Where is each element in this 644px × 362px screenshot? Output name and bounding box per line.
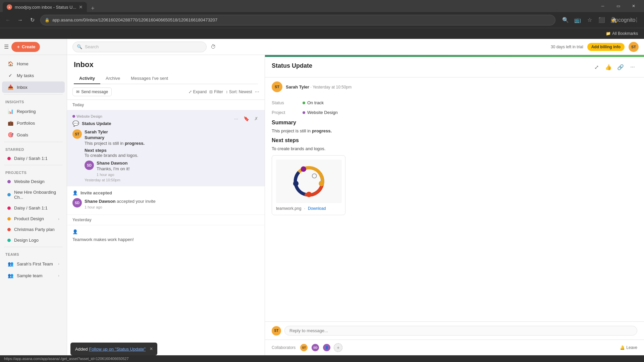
sidebar-item-product-design[interactable]: Product Design › [2,214,65,224]
msg-reply-time: 1 hour ago [97,173,259,177]
send-icon: ✉ [76,89,79,94]
more-options-button[interactable]: ··· [255,89,259,95]
msg-content-sarah: Sarah Tyler Summary This project is stil… [85,129,259,146]
sidebar-item-daisy-sarah-starred[interactable]: Daisy / Sarah 1:1 [2,153,65,164]
inbox-area: Inbox Activity Archive Messages I've sen… [67,55,644,355]
filter-button[interactable]: ⊟ Filter [209,89,223,94]
sidebar-panel-icon[interactable]: ⬛ [597,15,606,25]
reply-input[interactable] [284,326,637,336]
design-logo-dot [7,239,11,242]
date-header-today: Today [67,100,265,110]
browser-tab[interactable]: ● moodjoy.com inbox - Status U... ✕ [3,2,87,12]
sidebar-item-christmas-party[interactable]: Christmas Party plan [2,224,65,235]
msg-more-btn[interactable]: ··· [232,114,240,123]
msg-avatar-st: ST [72,129,82,139]
sidebar-item-portfolios[interactable]: 💼 Portfolios [2,117,65,129]
tab-archive[interactable]: Archive [100,73,125,84]
msg-avatar-sd: SD [85,161,94,170]
restore-button[interactable]: ▭ [610,0,626,12]
attachment-box: teamwork.png · Download [272,155,345,215]
status-label: Status [272,100,299,105]
msg-type: 💬 Status Update [72,120,259,127]
search-icon-2: 🔍 [77,44,82,49]
leave-button[interactable]: 🔔 Leave [620,345,637,350]
new-tab-button[interactable]: + [88,5,97,12]
sidebar-item-new-hire[interactable]: New Hire Onboarding Ch... [2,187,65,202]
add-collaborator-button[interactable]: + [334,343,342,352]
close-button[interactable]: ✕ [626,0,641,12]
invite-time: 1 hour ago [85,205,259,209]
summary-text: This project is still in progress. [272,128,637,133]
minimize-button[interactable]: ─ [595,0,610,12]
invite-icon: 👤 [72,190,78,195]
status-dot [303,102,305,104]
msg-actions: ··· 🔖 ✗ [232,114,261,123]
project-dot-sm [303,111,305,114]
plus-icon: ＋ [16,44,20,50]
user-avatar[interactable]: ST [629,42,639,52]
msg-bookmark-btn[interactable]: 🔖 [242,114,251,123]
hamburger-menu-icon[interactable]: ☰ [4,44,9,50]
msg-content-shane: Shane Dawson Thanks, I'm on it! 1 hour a… [97,161,259,177]
detail-project-field: Project Website Design [272,110,637,115]
detail-link-btn[interactable]: 🔗 [616,62,625,72]
toast-link[interactable]: Follow up on "Status Update" [89,347,146,352]
section-divider [4,94,63,95]
teamwork-preview-item[interactable]: 👤 Teamwork makes work happen! [67,225,265,246]
sidebar-item-website-design[interactable]: Website Design [2,176,65,187]
sidebar-item-my-tasks[interactable]: ✓ My tasks [2,70,65,81]
detail-like-btn[interactable]: 👍 [604,62,613,72]
sidebar-item-daisy-sarah-proj[interactable]: Daisy / Sarah 1:1 [2,203,65,213]
bookmark-icon[interactable]: ☆ [585,15,594,25]
msg-summary: Summary [85,135,259,140]
message-item-status-update[interactable]: Website Design 💬 Status Update ST Sarah … [67,110,265,186]
sidebar: ☰ ＋ Create 🏠 Home ✓ My tasks 📥 Inbox [0,39,67,355]
sidebar-item-reporting[interactable]: 📊 Reporting [2,106,65,117]
clock-icon[interactable]: ⏱ [211,44,216,50]
sidebar-item-home[interactable]: 🏠 Home [2,58,65,69]
invite-header: 👤 Invite accepted [72,190,259,195]
msg-time: Yesterday at 10:50pm [72,178,259,182]
bookmarks-bar: 📁 All Bookmarks [0,28,644,39]
sidebar-item-goals[interactable]: 🎯 Goals [2,129,65,140]
search-icon[interactable]: 🔍 [561,15,570,25]
send-message-button[interactable]: ✉ Send message [72,87,112,96]
tab-close-btn[interactable]: ✕ [79,4,83,10]
tab-messages-sent[interactable]: Messages I've sent [125,73,173,84]
sidebar-item-design-logo[interactable]: Design Logo [2,235,65,245]
tasks-icon: ✓ [7,72,13,78]
reporting-icon: 📊 [7,108,13,114]
create-button[interactable]: ＋ Create [11,42,40,52]
cast-icon[interactable]: 📺 [573,15,582,25]
sidebar-item-sample-team[interactable]: 👥 Sample team › [2,270,65,281]
sidebar-item-sarahs-team[interactable]: 👥 Sarah's First Team › [2,258,65,269]
invite-section[interactable]: 👤 Invite accepted SD Shane Dawson accept… [67,186,265,215]
invite-avatar: SD [72,198,82,207]
forward-button[interactable]: → [15,15,25,25]
bell-icon: 🔔 [620,345,625,350]
detail-author-info: Sarah Tyler · Yesterday at 10:50pm [286,84,352,89]
svg-point-6 [301,166,306,172]
search-bar[interactable]: 🔍 Search [72,42,207,52]
detail-expand-btn[interactable]: ⤢ [592,62,601,72]
expand-button[interactable]: ⤢ Expand [189,89,207,94]
bookmark-folder-icon: 📁 [606,31,611,36]
bookmarks-item[interactable]: 📁 All Bookmarks [604,30,640,37]
add-billing-button[interactable]: Add billing info [587,43,625,51]
msg-next-label: Next steps [85,148,259,153]
attachment-download-link[interactable]: Download [308,206,326,211]
refresh-button[interactable]: ↻ [27,15,38,25]
next-steps-text: To create brands and logos. [272,146,637,151]
sort-button[interactable]: ↕ Sort: Newest [226,89,252,94]
collab-avatar-sd: SD [311,343,320,352]
sidebar-item-inbox[interactable]: 📥 Inbox [2,81,65,93]
tab-activity[interactable]: Activity [74,73,100,84]
more-menu-icon[interactable]: ⋮ [632,15,641,25]
detail-more-btn[interactable]: ··· [628,62,637,72]
section-divider-2 [4,142,63,142]
msg-archive-btn[interactable]: ✗ [252,114,261,123]
main-content: 🔍 Search ⏱ 30 days left in trial Add bil… [67,39,644,355]
toast-close-button[interactable]: × [150,346,153,352]
address-bar[interactable]: 🔒 app.asana.com/0/inbox/1206160204288770… [40,15,555,25]
back-button[interactable]: ← [3,15,13,25]
